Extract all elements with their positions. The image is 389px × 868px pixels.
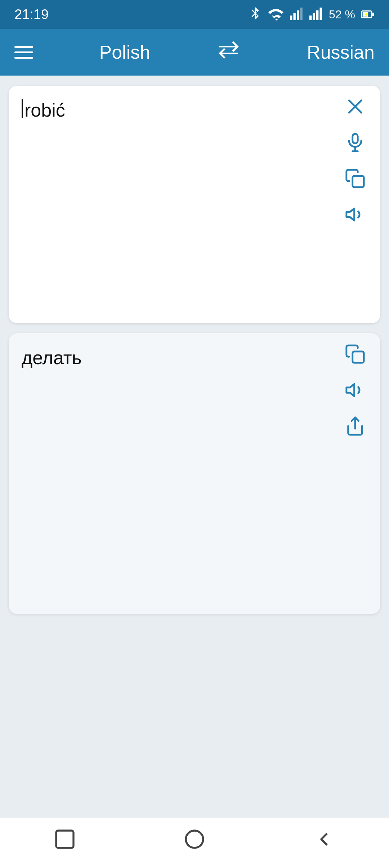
svg-marker-19 [346,384,354,396]
back-button[interactable] [306,825,342,854]
clear-button[interactable] [343,94,367,119]
svg-rect-0 [290,15,292,20]
copy-button[interactable] [343,166,367,191]
swap-languages-button[interactable] [216,41,241,64]
status-time: 21:19 [14,7,49,22]
output-text: делать [22,347,82,368]
input-actions [343,94,367,227]
output-card: делать [9,333,380,614]
signal-icon-2 [309,8,323,21]
input-text-area[interactable]: robić [22,97,367,123]
svg-rect-2 [297,10,299,20]
output-speaker-button[interactable] [343,378,367,402]
svg-rect-7 [320,8,322,20]
svg-marker-17 [346,208,354,221]
svg-rect-5 [313,13,315,20]
microphone-button[interactable] [343,130,367,155]
svg-rect-4 [309,15,312,20]
svg-rect-3 [300,8,303,20]
input-card: robić [9,86,380,323]
home-button[interactable] [176,825,213,854]
svg-rect-18 [353,352,364,363]
status-bar: 21:19 52 % [0,0,389,29]
main-content: robić [0,76,389,624]
source-language[interactable]: Polish [99,41,150,63]
output-copy-button[interactable] [343,342,367,366]
svg-rect-9 [372,13,374,16]
svg-point-22 [186,831,203,848]
signal-icon [290,8,304,21]
svg-rect-16 [353,176,364,187]
recent-apps-button[interactable] [47,825,83,854]
navigation-bar [0,818,389,868]
app-bar: Polish Russian [0,29,389,76]
target-language[interactable]: Russian [307,41,375,63]
svg-rect-1 [294,13,296,20]
output-actions [343,342,367,438]
battery-icon [361,8,375,21]
menu-button[interactable] [14,46,33,59]
battery-percent: 52 % [329,8,355,21]
bluetooth-icon [249,6,262,23]
share-button[interactable] [343,414,367,438]
wifi-icon [268,8,284,21]
svg-rect-13 [353,134,358,144]
speaker-button[interactable] [343,202,367,227]
svg-rect-6 [316,10,318,20]
status-icons: 52 % [249,6,375,23]
svg-rect-21 [56,831,73,848]
input-text: robić [24,100,65,121]
text-cursor [22,99,23,118]
